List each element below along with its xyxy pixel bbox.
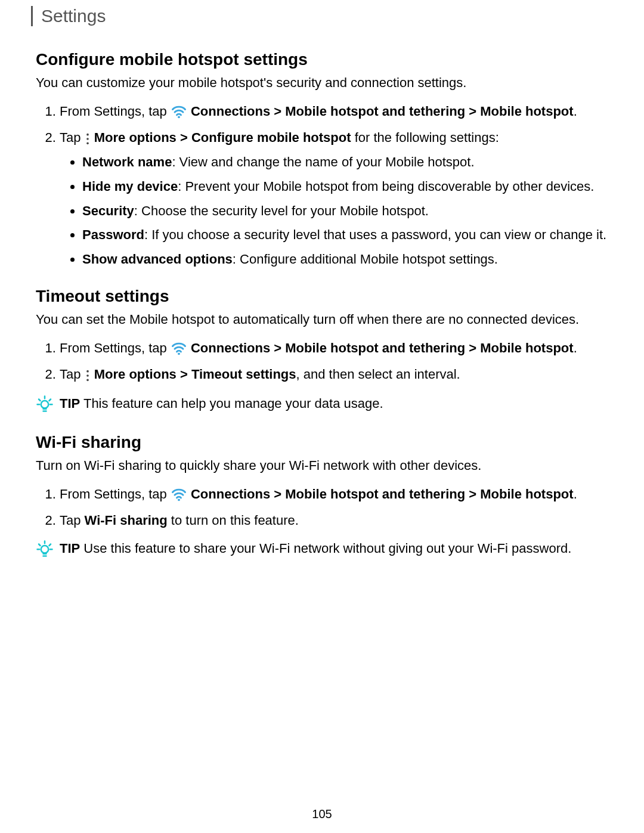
bullet-text: : View and change the name of your Mobil…	[172, 154, 474, 169]
bullet-bold: Security	[82, 203, 134, 218]
bullet-item: Show advanced options: Configure additio…	[82, 250, 608, 269]
tip-body: This feature can help you manage your da…	[80, 396, 383, 411]
bullet-item: Hide my device: Prevent your Mobile hots…	[82, 178, 608, 196]
step-item: Tap Wi-Fi sharing to turn on this featur…	[60, 510, 608, 530]
svg-point-10	[41, 546, 49, 553]
steps-list: From Settings, tap Connections > Mobile …	[36, 484, 608, 531]
connections-icon	[171, 339, 187, 358]
page-header: Settings	[31, 6, 608, 26]
steps-list: From Settings, tap Connections > Mobile …	[36, 338, 608, 385]
page-number: 105	[0, 807, 644, 821]
svg-point-7	[86, 379, 89, 382]
svg-point-2	[86, 138, 89, 140]
connections-icon	[171, 102, 187, 122]
step-end: .	[574, 104, 577, 119]
tip-icon	[36, 540, 54, 560]
connections-icon	[171, 485, 187, 504]
step-post: to turn on this feature.	[171, 513, 299, 528]
step-bold: Wi-Fi sharing	[85, 513, 168, 528]
intro-text: You can set the Mobile hotspot to automa…	[36, 311, 608, 329]
section-heading-configure: Configure mobile hotspot settings	[36, 50, 608, 69]
svg-point-1	[86, 134, 89, 136]
step-item: From Settings, tap Connections > Mobile …	[60, 484, 608, 505]
intro-text: Turn on Wi-Fi sharing to quickly share y…	[36, 457, 608, 475]
bullet-item: Network name: View and change the name o…	[82, 153, 608, 172]
more-options-icon	[85, 366, 91, 385]
svg-point-5	[86, 370, 89, 373]
step-text: Tap	[60, 130, 85, 145]
step-item: Tap More options > Timeout settings, and…	[60, 364, 608, 385]
svg-point-0	[178, 116, 180, 119]
bullet-bold: Network name	[82, 154, 172, 169]
step-end: .	[574, 487, 577, 501]
step-end: .	[574, 340, 577, 355]
step-text: Tap	[60, 513, 85, 528]
tip-text: TIP Use this feature to share your Wi-Fi…	[60, 540, 571, 558]
step-post: , and then select an interval.	[296, 367, 460, 382]
svg-point-9	[178, 499, 180, 501]
bullet-item: Password: If you choose a security level…	[82, 226, 608, 244]
tip-icon	[36, 395, 54, 415]
bullet-bold: Password	[82, 227, 144, 242]
step-text: Tap	[60, 367, 85, 382]
more-options-icon	[85, 129, 91, 148]
bullet-text: : Choose the security level for your Mob…	[134, 203, 429, 218]
step-text: From Settings, tap	[60, 340, 171, 355]
steps-list: From Settings, tap Connections > Mobile …	[36, 101, 608, 269]
step-item: Tap More options > Configure mobile hots…	[60, 128, 608, 269]
step-path: More options > Configure mobile hotspot	[94, 130, 351, 145]
tip-text: TIP This feature can help you manage you…	[60, 395, 383, 413]
bullet-list: Network name: View and change the name o…	[60, 153, 608, 269]
step-post: for the following settings:	[351, 130, 499, 145]
svg-point-6	[86, 374, 89, 377]
header-title: Settings	[41, 6, 106, 26]
step-path: Connections > Mobile hotspot and tetheri…	[191, 104, 574, 119]
tip-label: TIP	[60, 396, 80, 411]
tip-label: TIP	[60, 541, 80, 556]
intro-text: You can customize your mobile hotspot's …	[36, 74, 608, 92]
tip-body: Use this feature to share your Wi-Fi net…	[80, 541, 571, 556]
section-heading-timeout: Timeout settings	[36, 287, 608, 306]
step-item: From Settings, tap Connections > Mobile …	[60, 338, 608, 359]
svg-point-3	[86, 143, 89, 145]
step-path: Connections > Mobile hotspot and tetheri…	[191, 487, 574, 501]
bullet-bold: Hide my device	[82, 179, 178, 194]
tip-row: TIP This feature can help you manage you…	[36, 395, 608, 415]
step-path: Connections > Mobile hotspot and tetheri…	[191, 340, 574, 355]
bullet-text: : Prevent your Mobile hotspot from being…	[178, 179, 594, 194]
section-heading-wifi-sharing: Wi-Fi sharing	[36, 433, 608, 452]
step-text: From Settings, tap	[60, 104, 171, 119]
bullet-bold: Show advanced options	[82, 252, 233, 267]
svg-point-4	[178, 353, 180, 355]
svg-point-8	[41, 401, 49, 408]
bullet-item: Security: Choose the security level for …	[82, 202, 608, 221]
bullet-text: : Configure additional Mobile hotspot se…	[233, 252, 498, 267]
bullet-text: : If you choose a security level that us…	[144, 227, 606, 242]
step-item: From Settings, tap Connections > Mobile …	[60, 101, 608, 122]
step-text: From Settings, tap	[60, 487, 171, 501]
step-path: More options > Timeout settings	[94, 367, 296, 382]
tip-row: TIP Use this feature to share your Wi-Fi…	[36, 540, 608, 560]
